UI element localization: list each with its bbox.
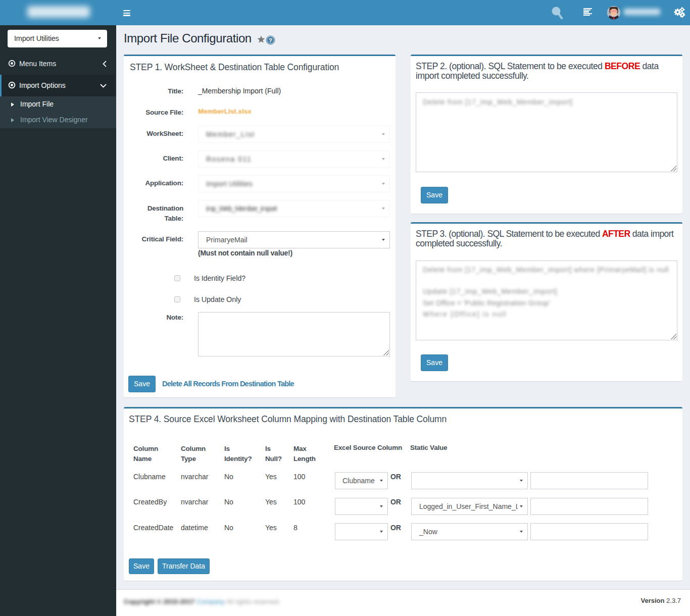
svg-text:?: ? — [269, 37, 272, 43]
